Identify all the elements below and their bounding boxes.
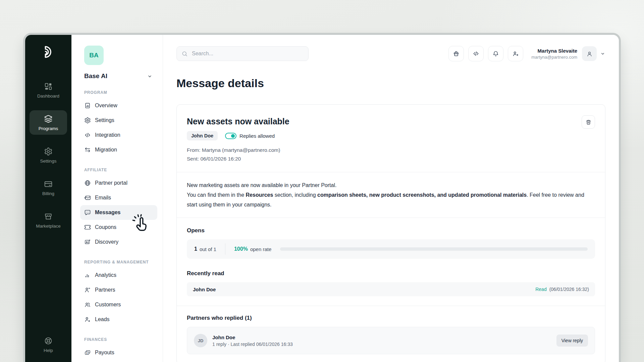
banknotes-icon <box>84 349 91 356</box>
partnero-logo-icon <box>41 44 56 60</box>
sidebar-item-messages[interactable]: Messages <box>80 205 157 220</box>
program-switcher[interactable]: Base AI <box>84 72 153 80</box>
rail-item-help[interactable]: Help <box>30 332 67 357</box>
gift-button[interactable] <box>448 46 464 61</box>
replies-toggle[interactable]: Replies allowed <box>225 133 275 139</box>
person-arrow-icon <box>84 316 91 323</box>
sidebar-item-overview[interactable]: Overview <box>80 98 157 113</box>
message-meta: From: Martyna (martyna@partnero.com) Sen… <box>187 146 595 163</box>
envelope-icon <box>84 194 91 201</box>
rail-item-dashboard[interactable]: Dashboard <box>30 78 67 102</box>
rail-item-settings[interactable]: Settings <box>30 143 67 167</box>
sidebar-item-payouts[interactable]: Payouts <box>80 345 157 360</box>
from-line: From: Martyna (martyna@partnero.com) <box>187 146 595 155</box>
rail-item-label: Dashboard <box>37 94 59 99</box>
open-rate-value: 100% <box>234 246 248 252</box>
code-icon <box>473 50 479 57</box>
gift-icon <box>453 50 460 57</box>
toggle-on-icon <box>225 133 236 139</box>
sidebar-item-customers[interactable]: Customers <box>80 297 157 312</box>
sidebar-item-label: Overview <box>95 103 117 109</box>
rail-item-label: Billing <box>42 191 54 196</box>
message-header: New assets now available John Doe Replie… <box>177 105 605 172</box>
rail-item-programs[interactable]: Programs <box>30 110 67 135</box>
search-icon <box>181 51 188 57</box>
bell-icon <box>492 50 499 57</box>
stats-divider <box>225 243 225 255</box>
search-input[interactable] <box>191 50 304 57</box>
sidebar-item-integration[interactable]: Integration <box>80 128 157 142</box>
sidebar-item-label: Leads <box>95 316 110 322</box>
sidebar-item-label: Emails <box>95 195 111 201</box>
partner-name: John Doe <box>212 335 293 340</box>
invite-user-button[interactable] <box>508 46 523 61</box>
program-name: Base AI <box>84 72 107 80</box>
read-status: Read <box>535 287 546 292</box>
rail-item-billing[interactable]: Billing <box>30 175 67 200</box>
body-paragraph: You can find them in the Resources secti… <box>187 190 595 209</box>
program-sidebar: BA Base AI PROGRAM Overview Settings Int… <box>71 35 163 362</box>
sidebar-item-label: Payouts <box>95 350 114 356</box>
main-content: Martyna Slevaite martyna@partnero.com Me… <box>163 35 619 362</box>
read-timestamp: (06/01/2026 16:32) <box>549 287 589 292</box>
reply-meta: 1 reply · Last replied 06/01/2026 16:33 <box>212 342 293 347</box>
section-label-affiliate: AFFILIATE <box>84 167 153 173</box>
sidebar-item-label: Analytics <box>95 272 116 278</box>
storefront-icon <box>44 212 53 221</box>
reader-name: John Doe <box>193 287 216 292</box>
message-title: New assets now available <box>187 117 595 126</box>
reply-info: John Doe 1 reply · Last replied 06/01/20… <box>212 335 293 347</box>
sidebar-item-label: Discovery <box>95 239 118 245</box>
rail-item-label: Help <box>44 348 53 353</box>
rail-item-label: Settings <box>40 159 57 164</box>
section-label-program: PROGRAM <box>84 90 153 96</box>
chat-bubble-icon <box>84 209 91 216</box>
globe-icon <box>84 180 91 186</box>
code-icon <box>84 132 91 138</box>
sidebar-item-settings[interactable]: Settings <box>80 113 157 128</box>
sidebar-item-leads[interactable]: Leads <box>80 312 157 327</box>
sidebar-item-partners[interactable]: Partners <box>80 283 157 297</box>
gear-icon <box>44 147 53 156</box>
layers-icon <box>44 115 53 123</box>
message-card: New assets now available John Doe Replie… <box>176 104 605 362</box>
view-reply-button[interactable]: View reply <box>556 335 588 347</box>
opens-count: 1 <box>194 246 197 252</box>
user-menu-caret[interactable] <box>600 51 605 56</box>
open-rate-progress-track <box>280 247 588 251</box>
sidebar-item-partner-portal[interactable]: Partner portal <box>80 176 157 190</box>
people-icon <box>84 301 91 308</box>
topbar: Martyna Slevaite martyna@partnero.com <box>176 46 605 61</box>
sidebar-item-label: Migration <box>95 147 117 153</box>
sidebar-item-label: Settings <box>95 117 114 123</box>
nav-list-reporting: Analytics Partners Customers Leads <box>84 268 153 327</box>
opens-heading: Opens <box>187 227 595 234</box>
sidebar-item-migration[interactable]: Migration <box>80 142 157 157</box>
user-info: Martyna Slevaite martyna@partnero.com <box>531 48 577 60</box>
user-avatar[interactable] <box>582 46 597 61</box>
credit-card-icon <box>44 180 53 188</box>
notifications-button[interactable] <box>488 46 503 61</box>
message-badges: John Doe Replies allowed <box>187 131 595 140</box>
recently-read-heading: Recently read <box>187 270 595 277</box>
replies-toggle-label: Replies allowed <box>239 133 275 139</box>
rail-item-marketplace[interactable]: Marketplace <box>30 208 67 232</box>
ai-sparkle-icon <box>84 239 91 245</box>
sidebar-item-emails[interactable]: Emails <box>80 190 157 205</box>
user-email: martyna@partnero.com <box>531 55 577 60</box>
search-bar <box>176 46 309 61</box>
partner-initials-avatar: JD <box>194 334 207 347</box>
sidebar-item-discovery[interactable]: Discovery <box>80 235 157 249</box>
replies-section: Partners who replied (1) JD John Doe 1 r… <box>177 306 605 362</box>
sidebar-item-coupons[interactable]: Coupons <box>80 220 157 235</box>
delete-message-button[interactable] <box>582 115 595 129</box>
open-rate-label: open rate <box>250 246 271 252</box>
section-label-reporting: REPORTING & MANAGEMENT <box>84 259 153 265</box>
code-button[interactable] <box>468 46 484 61</box>
sidebar-item-label: Customers <box>95 302 121 308</box>
sent-line: Sent: 06/01/2026 16:20 <box>187 155 595 163</box>
sidebar-item-analytics[interactable]: Analytics <box>80 268 157 283</box>
program-avatar[interactable]: BA <box>84 46 104 65</box>
person-voice-icon <box>84 287 91 293</box>
icon-rail: Dashboard Programs Settings Billing Mark… <box>25 35 71 362</box>
